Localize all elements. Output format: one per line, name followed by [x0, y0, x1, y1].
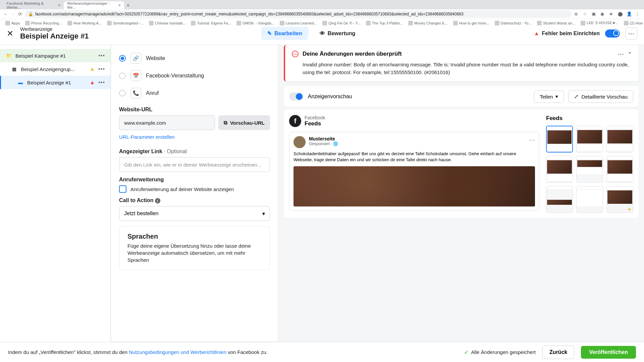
chevron-up-icon[interactable]: ⌃: [628, 51, 632, 57]
phone-icon: 📞: [130, 88, 141, 99]
sidebar-item-campaign[interactable]: 📁 Beispiel Kampagne #1 •••: [0, 49, 110, 62]
preview-grid: f Facebook Feeds Musterseite Gesponsert …: [284, 110, 639, 218]
placement-thumb[interactable]: [576, 126, 603, 153]
radio-button[interactable]: [119, 72, 126, 79]
bookmark[interactable]: Phone Recycling...: [23, 20, 64, 26]
bookmark[interactable]: The Top 3 Platfor...: [364, 20, 405, 26]
bookmark[interactable]: Qing Fei De Yi - Y...: [320, 20, 363, 26]
ext-icon[interactable]: ★: [609, 11, 614, 17]
url-params-link[interactable]: URL-Parameter erstellen: [119, 134, 175, 140]
bookmark[interactable]: Datenschutz - Yo...: [493, 20, 534, 26]
preview-toggle[interactable]: [289, 93, 303, 101]
bookmark-icon: [25, 21, 30, 25]
call-ext-label: Anruferweiterung: [119, 177, 270, 183]
error-circle-icon: —: [292, 51, 299, 57]
facebook-icon: f: [289, 115, 301, 127]
destination-call[interactable]: 📞 Anruf: [119, 84, 270, 102]
terms-link[interactable]: Nutzungsbedingungen und Werberichtlinien: [129, 349, 226, 355]
post-name: Musterseite: [309, 136, 526, 141]
zoom-icon[interactable]: ⊕: [574, 11, 580, 17]
radio-label: Website: [146, 55, 165, 61]
browser-tab-active[interactable]: Werbeanzeigenmanager - We...×: [64, 1, 124, 9]
preview-url-button[interactable]: ⧉Vorschau-URL: [218, 115, 270, 130]
back-icon[interactable]: ←: [3, 11, 8, 17]
placement-thumb[interactable]: [576, 186, 603, 213]
ext-icon[interactable]: ▣: [592, 11, 597, 17]
radio-button[interactable]: [119, 90, 126, 97]
publish-button[interactable]: Veröffentlichen: [581, 346, 636, 359]
error-header[interactable]: — Deine Änderungen werden überprüft ⋯ ⌃: [292, 50, 632, 58]
close-button[interactable]: ✕: [7, 29, 13, 38]
detailed-preview-button[interactable]: ⤢Detaillierte Vorschau: [569, 90, 633, 103]
profile-icon[interactable]: 👤: [627, 11, 632, 17]
placement-thumb[interactable]: [576, 156, 603, 183]
tab-label: Bewertung: [328, 31, 356, 37]
placement-thumb[interactable]: [546, 186, 573, 213]
close-icon[interactable]: ×: [58, 3, 60, 8]
ext-icon[interactable]: ⬤: [618, 11, 623, 17]
select-value: Jetzt bestellen: [124, 210, 158, 217]
bookmark[interactable]: Tutorial: Eigene Fa...: [189, 20, 233, 26]
item-label: Beispiel Anzeige #1: [27, 80, 86, 85]
preview-left: f Facebook Feeds Musterseite Gesponsert …: [289, 115, 539, 213]
ext-icon[interactable]: ◉: [600, 11, 606, 17]
close-icon[interactable]: ×: [118, 3, 121, 8]
more-button[interactable]: ⋯: [625, 27, 637, 40]
bookmark[interactable]: Sonderangebot -...: [105, 20, 146, 26]
chevron-down-icon: ▾: [262, 210, 265, 217]
placement-thumb[interactable]: [546, 156, 573, 183]
bookmark[interactable]: How to get more...: [451, 20, 491, 26]
bookmark-icon: [366, 21, 371, 25]
sidebar-item-adset[interactable]: ▦ Beispiel Anzeigengrup... ▲ •••: [0, 62, 110, 76]
bookmark[interactable]: (2) How To Add A...: [622, 20, 644, 26]
edit-tab[interactable]: ✎Bearbeiten: [261, 27, 308, 40]
placement-thumb[interactable]: [546, 126, 573, 153]
info-icon[interactable]: i: [155, 198, 160, 203]
post-preview: Musterseite Gesponsert · 🌐 ⋯ Schokoladen…: [289, 132, 539, 211]
bookmark-icon: [67, 21, 72, 25]
radio-button[interactable]: [119, 55, 126, 62]
new-tab-button[interactable]: +: [124, 1, 132, 9]
bookmark[interactable]: Apps: [3, 20, 22, 26]
tab-title: Werbeanzeigenmanager - We...: [67, 1, 116, 9]
placement-thumb[interactable]: [606, 126, 633, 153]
website-url-input[interactable]: [119, 115, 215, 130]
post-more-icon[interactable]: ⋯: [529, 136, 535, 148]
forward-icon[interactable]: →: [11, 11, 15, 17]
review-tab[interactable]: 👁Bewertung: [314, 27, 362, 40]
cta-select[interactable]: Jetzt bestellen▾: [119, 206, 270, 221]
active-toggle[interactable]: [605, 29, 620, 38]
placement-thumb[interactable]: [606, 156, 633, 183]
display-link-input[interactable]: [119, 157, 270, 172]
more-icon[interactable]: •••: [98, 66, 105, 72]
display-link-label: Angezeigter Link · Optional: [119, 148, 270, 155]
bookmark[interactable]: Student Wants an...: [535, 20, 577, 26]
star-icon[interactable]: ☆: [583, 11, 588, 17]
bookmark[interactable]: Chinese translati...: [147, 20, 187, 26]
error-icon: ▲: [90, 79, 95, 85]
more-icon[interactable]: ⋯: [618, 50, 624, 58]
bookmark-icon: [495, 21, 499, 25]
sidebar-item-ad[interactable]: ▬ Beispiel Anzeige #1 ▲ •••: [0, 76, 110, 89]
bookmark-icon: [107, 21, 112, 25]
bookmark[interactable]: GMSN. - Vologda...: [234, 20, 276, 26]
error-text: Fehler beim Einrichten: [542, 31, 600, 37]
browser-tab[interactable]: Facebook Marketing & Werbe...×: [3, 1, 64, 9]
more-icon[interactable]: •••: [98, 53, 105, 59]
ad-icon: ▬: [17, 79, 24, 86]
menu-icon[interactable]: ⋮: [635, 11, 641, 17]
call-ext-checkbox[interactable]: [119, 185, 126, 193]
back-button[interactable]: Zurück: [542, 346, 574, 359]
url-field[interactable]: 🔒 facebook.com/adsmanager/manage/ads/edi…: [25, 10, 572, 18]
share-button[interactable]: Teilen▾: [534, 90, 564, 103]
destination-event[interactable]: 📅 Facebook-Veranstaltung: [119, 67, 270, 84]
reload-icon[interactable]: ⟳: [18, 11, 22, 17]
cta-label: Call to Actioni: [119, 197, 270, 203]
bookmark[interactable]: How Working A...: [65, 20, 104, 26]
bookmark[interactable]: LEE 'S HOUSE★...: [579, 20, 621, 26]
placement-thumb[interactable]: ▲: [606, 186, 633, 213]
bookmark[interactable]: Money Changes E...: [406, 20, 450, 26]
bookmark[interactable]: Lessons Learned...: [278, 20, 319, 26]
more-icon[interactable]: •••: [98, 79, 105, 85]
destination-website[interactable]: 🔗 Website: [119, 50, 270, 67]
